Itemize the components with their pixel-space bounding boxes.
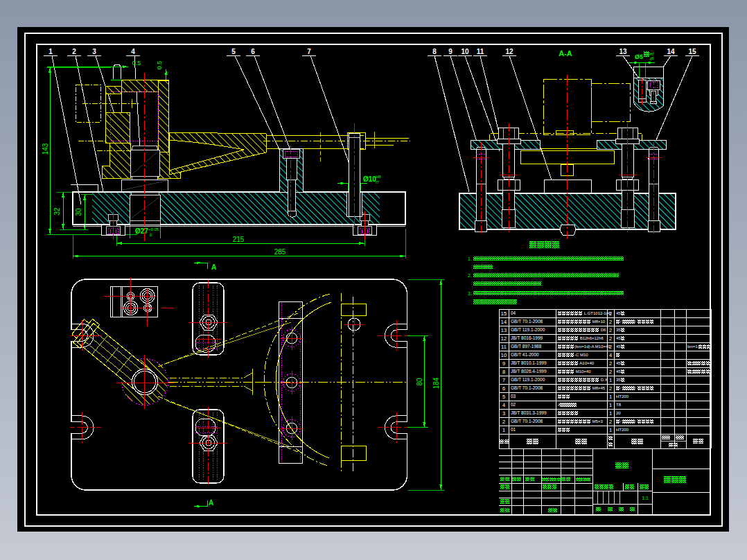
svg-text:02: 02	[511, 402, 516, 407]
svg-text:30: 30	[75, 208, 82, 216]
svg-text:215: 215	[233, 236, 245, 243]
svg-text:80: 80	[416, 378, 423, 386]
svg-text:32: 32	[53, 207, 61, 216]
svg-text:13: 13	[619, 48, 627, 55]
svg-text:D6: D6	[599, 328, 606, 332]
svg-text:Ø27: Ø27	[135, 227, 148, 235]
svg-text:5: 5	[231, 48, 236, 55]
svg-text:7: 7	[502, 377, 505, 383]
svg-text:14: 14	[501, 319, 507, 325]
svg-text:2.: 2.	[468, 273, 472, 278]
svg-text:2: 2	[72, 48, 76, 55]
svg-text:6: 6	[502, 385, 505, 392]
svg-text:A: A	[209, 499, 213, 507]
svg-text:15: 15	[501, 310, 507, 317]
svg-text:A: A	[211, 263, 216, 271]
svg-text:HT200: HT200	[616, 394, 629, 399]
svg-text:2: 2	[609, 310, 612, 317]
svg-text:6: 6	[251, 48, 255, 55]
svg-text:45: 45	[616, 336, 621, 340]
svg-text:13: 13	[501, 327, 507, 333]
svg-text:7: 7	[307, 48, 311, 55]
svg-text:JB/T 8031.3-1999: JB/T 8031.3-1999	[511, 410, 547, 415]
svg-text:L.GT1012-1(4): L.GT1012-1(4)	[583, 311, 611, 315]
svg-text:1: 1	[609, 427, 612, 433]
svg-text:9: 9	[502, 360, 505, 367]
svg-text:20: 20	[616, 411, 621, 415]
svg-text:2: 2	[609, 360, 612, 367]
svg-text:2: 2	[609, 385, 612, 392]
svg-text:2: 2	[609, 319, 612, 325]
svg-text:2: 2	[502, 419, 505, 425]
svg-text:11: 11	[477, 48, 484, 55]
svg-text:3.: 3.	[468, 291, 472, 296]
svg-text:-C M10: -C M10	[574, 353, 588, 357]
svg-text:04: 04	[511, 310, 516, 315]
svg-text:GB/T 897-1988: GB/T 897-1988	[511, 344, 542, 349]
svg-text:H8: H8	[376, 175, 381, 179]
svg-text:285: 285	[274, 248, 286, 256]
svg-text:GB/T 119.1-2000: GB/T 119.1-2000	[511, 327, 545, 332]
svg-text:3: 3	[92, 48, 96, 55]
svg-text:.: .	[493, 265, 495, 270]
svg-text:A-A: A-A	[559, 49, 572, 58]
svg-text:01: 01	[511, 427, 516, 432]
svg-text:184: 184	[432, 377, 440, 389]
svg-text:03: 03	[511, 394, 516, 399]
svg-text:4: 4	[131, 48, 135, 55]
svg-text:GB/T 119.1-2000: GB/T 119.1-2000	[511, 377, 545, 382]
svg-text:1: 1	[609, 377, 612, 383]
svg-text:10: 10	[501, 352, 507, 358]
svg-text:M8×10: M8×10	[591, 320, 606, 324]
svg-text:35: 35	[616, 378, 621, 382]
svg-text:3: 3	[502, 410, 505, 417]
svg-text:HT200: HT200	[616, 428, 629, 432]
svg-text:JB/T 8016-1999: JB/T 8016-1999	[511, 335, 543, 340]
svg-text:2: 2	[609, 369, 612, 375]
svg-text:1: 1	[49, 48, 53, 55]
svg-text:1:1: 1:1	[642, 496, 649, 500]
svg-text:0.5: 0.5	[132, 60, 141, 67]
svg-text:2: 2	[609, 335, 612, 342]
svg-text:4: 4	[609, 352, 612, 358]
svg-text:35: 35	[616, 328, 621, 332]
svg-text:bm=1-: bm=1-	[687, 344, 699, 349]
svg-text:2: 2	[609, 419, 612, 425]
svg-text:M8×45: M8×45	[591, 386, 606, 390]
svg-text:8: 8	[432, 48, 437, 55]
svg-text:g6: g6	[650, 56, 654, 60]
svg-text:10: 10	[461, 48, 469, 55]
svg-text:45: 45	[616, 361, 621, 365]
svg-text:GB/T 70.1-2008: GB/T 70.1-2008	[511, 319, 543, 324]
svg-text:45: 45	[616, 369, 621, 374]
svg-text:D.X: D.X	[599, 378, 608, 382]
svg-text:5: 5	[502, 394, 505, 400]
svg-text:45: 45	[616, 344, 621, 349]
svg-text:.: .	[518, 299, 519, 304]
svg-text:T8: T8	[616, 403, 622, 407]
svg-text:2: 2	[609, 327, 612, 333]
svg-text:A10×40: A10×40	[579, 361, 595, 365]
svg-text:8: 8	[502, 369, 505, 375]
svg-text:JB/T 8010.1-1999: JB/T 8010.1-1999	[511, 360, 547, 365]
svg-text:B12h6×12h6: B12h6×12h6	[579, 336, 604, 340]
svg-text:12: 12	[501, 335, 507, 342]
svg-text:1: 1	[502, 427, 505, 433]
svg-text:(bm=1d)-A M10×40: (bm=1d)-A M10×40	[574, 344, 610, 349]
svg-text:M10×40: M10×40	[574, 369, 591, 374]
svg-text:M5×3: M5×3	[591, 419, 604, 423]
svg-text:143: 143	[42, 143, 49, 155]
svg-text:1.: 1.	[468, 256, 472, 261]
svg-text:1: 1	[609, 402, 612, 408]
svg-text:Ø10: Ø10	[363, 175, 376, 183]
svg-text:2: 2	[609, 344, 612, 350]
svg-text:.: .	[542, 281, 543, 286]
svg-text:+0.05: +0.05	[148, 227, 159, 231]
svg-text:GB/T 70.1-2008: GB/T 70.1-2008	[511, 419, 543, 423]
svg-text:12: 12	[505, 48, 513, 55]
svg-text:1: 1	[609, 394, 612, 400]
svg-text:9: 9	[448, 48, 452, 55]
svg-text:11: 11	[501, 344, 507, 350]
svg-text:JB/T 8026.4-1999: JB/T 8026.4-1999	[511, 369, 547, 374]
svg-text:1: 1	[609, 410, 612, 417]
